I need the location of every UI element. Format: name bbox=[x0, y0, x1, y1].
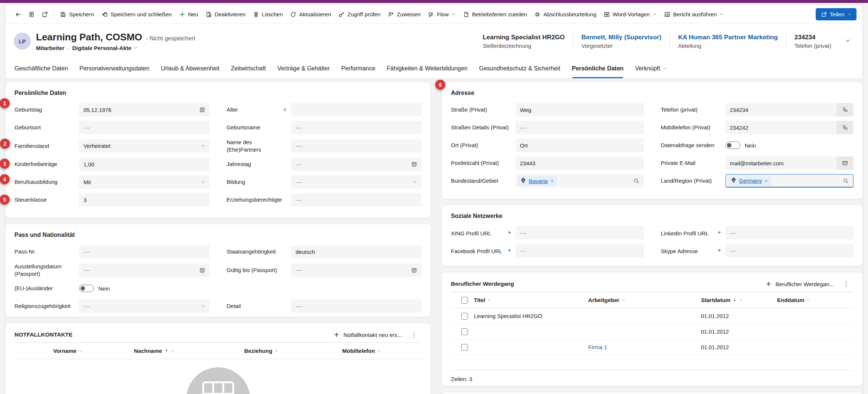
phone-action-button[interactable] bbox=[836, 103, 854, 116]
geburtsort-input[interactable]: --- bbox=[79, 121, 210, 134]
row-checkbox[interactable] bbox=[461, 313, 468, 319]
delete-button[interactable]: Löschen bbox=[249, 8, 287, 21]
gueltig-bis-input[interactable]: --- bbox=[291, 264, 422, 277]
pass-nr-input[interactable]: --- bbox=[79, 245, 210, 258]
word-templates-button[interactable]: Word-Vorlagen bbox=[600, 8, 661, 21]
mobiltelefon-input[interactable]: 234242 bbox=[725, 121, 854, 134]
telefon-input[interactable]: 234234 bbox=[725, 103, 854, 116]
land-region-lookup[interactable]: Germany bbox=[725, 174, 854, 188]
column-arbeitgeber[interactable]: Arbeitgeber bbox=[588, 297, 701, 303]
row-checkbox[interactable] bbox=[461, 328, 468, 335]
facebook-input[interactable]: --- bbox=[515, 244, 644, 257]
toggle-off[interactable] bbox=[79, 285, 94, 292]
lookup-pill-germany[interactable]: Germany bbox=[728, 176, 772, 186]
table-row[interactable]: Learning Specialist HR2GO 01.01.2012 bbox=[451, 308, 854, 324]
kinderfreibetraege-input[interactable]: 1,00 bbox=[79, 158, 210, 171]
table-row[interactable]: Firma 1 01.01.2012 bbox=[451, 340, 854, 355]
tab-verknuepft[interactable]: Verknüpft bbox=[635, 59, 666, 78]
company-holidays-button[interactable]: Betriebsferien zuteilen bbox=[459, 8, 531, 21]
detail-input[interactable]: --- bbox=[291, 299, 422, 313]
back-button[interactable] bbox=[12, 8, 25, 21]
calendar-icon[interactable] bbox=[411, 267, 417, 273]
jahrestag-input[interactable]: --- bbox=[291, 158, 422, 171]
ort-input[interactable]: Ort bbox=[515, 139, 644, 152]
skype-input[interactable]: --- bbox=[725, 244, 854, 257]
tab-performance[interactable]: Performance bbox=[341, 59, 376, 78]
column-mobiltelefon[interactable]: Mobiltelefon bbox=[342, 348, 422, 354]
tab-zeitwirtschaft[interactable]: Zeitwirtschaft bbox=[231, 59, 266, 78]
email-action-button[interactable] bbox=[836, 156, 854, 170]
row-checkbox[interactable] bbox=[461, 344, 468, 351]
column-nachname[interactable]: Nachname bbox=[134, 348, 244, 354]
private-email-input[interactable]: mail@mitarbeiter.com bbox=[725, 156, 854, 170]
toggle-off[interactable] bbox=[725, 142, 740, 149]
open-in-new-window-button[interactable] bbox=[38, 8, 52, 21]
check-access-button[interactable]: Zugriff prüfen bbox=[335, 8, 384, 21]
lookup-pill-bavaria[interactable]: Bavaria bbox=[518, 176, 557, 186]
calendar-icon[interactable] bbox=[199, 107, 205, 113]
more-commands-button[interactable]: ⋮ bbox=[838, 279, 854, 289]
phone-action-button[interactable] bbox=[836, 121, 854, 134]
strassen-details-input[interactable]: --- bbox=[515, 121, 644, 134]
geburtsname-input[interactable]: --- bbox=[291, 121, 422, 134]
calendar-icon[interactable] bbox=[199, 267, 205, 273]
new-button[interactable]: Neu bbox=[176, 8, 202, 21]
tab-persoenliche-daten[interactable]: Persönliche Daten bbox=[572, 59, 624, 78]
steuerklasse-input[interactable]: 3 bbox=[79, 193, 210, 206]
search-icon[interactable] bbox=[633, 178, 639, 184]
remove-icon[interactable] bbox=[764, 179, 768, 183]
berufsausbildung-select[interactable]: Mit bbox=[79, 175, 210, 189]
deactivate-button[interactable]: Deaktivieren bbox=[202, 8, 249, 21]
erziehungsberechtigte-input[interactable]: --- bbox=[291, 193, 422, 206]
save-button[interactable]: Speichern bbox=[56, 8, 98, 21]
column-beziehung[interactable]: Beziehung bbox=[244, 348, 342, 354]
refresh-button[interactable]: Aktualisieren bbox=[286, 8, 335, 21]
column-vorname[interactable]: Vorname bbox=[53, 348, 134, 354]
search-icon[interactable] bbox=[843, 178, 849, 184]
select-all-checkbox[interactable] bbox=[461, 297, 468, 304]
calendar-icon[interactable] bbox=[411, 161, 417, 167]
tab-vertraege-gehaelter[interactable]: Verträge & Gehälter bbox=[277, 59, 330, 78]
strasse-input[interactable]: Weg bbox=[515, 103, 644, 116]
tab-personalverwaltungsdaten[interactable]: Personalverwaltungsdaten bbox=[79, 59, 150, 78]
staatsangehoerigkeit-input[interactable]: deutsch bbox=[291, 245, 422, 258]
column-enddatum[interactable]: Enddatum bbox=[777, 297, 854, 303]
table-row[interactable]: 01.01.2012 bbox=[451, 324, 854, 340]
ehepartner-input[interactable]: --- bbox=[291, 139, 422, 153]
tab-faehigkeiten-weiterbildungen[interactable]: Fähigkeiten & Weiterbildungen bbox=[387, 59, 468, 78]
new-emergency-contact-button[interactable]: +Notfallkontakt neu ers... bbox=[330, 329, 406, 340]
bavaria-link[interactable]: Bavaria bbox=[529, 178, 548, 184]
final-review-button[interactable]: Abschlussbeurteilung bbox=[531, 8, 600, 21]
flow-button[interactable]: Flow bbox=[424, 8, 459, 21]
save-and-close-button[interactable]: Speichern und schließen bbox=[98, 8, 176, 21]
department-link[interactable]: KA Human 365 Partner Marketing bbox=[678, 34, 778, 41]
supervisor-link[interactable]: Bennett, Milly (Supervisor) bbox=[582, 34, 661, 41]
new-career-entry-button[interactable]: +Beruflicher Werdegan... bbox=[762, 278, 838, 289]
share-button[interactable]: Teilen bbox=[816, 8, 856, 20]
assign-button[interactable]: Zuweisen bbox=[384, 8, 424, 21]
form-selector[interactable]: Digitale Personal-Akte bbox=[72, 45, 137, 51]
run-report-button[interactable]: Bericht ausführen bbox=[661, 8, 728, 21]
tab-urlaub-abwesenheit[interactable]: Urlaub & Abwesenheit bbox=[161, 59, 219, 78]
tab-gesundheitschutz-sicherheit[interactable]: Gesundheitschutz & Sicherheit bbox=[479, 59, 560, 78]
germany-link[interactable]: Germany bbox=[739, 178, 762, 184]
postleitzahl-input[interactable]: 23443 bbox=[515, 156, 644, 170]
ausstellungsdatum-input[interactable]: --- bbox=[79, 264, 210, 277]
form-switcher-button[interactable] bbox=[25, 8, 38, 21]
bildung-select[interactable]: --- bbox=[291, 175, 422, 189]
column-titel[interactable]: Titel bbox=[474, 297, 588, 303]
geburtstag-input[interactable]: 05.12.1976 bbox=[79, 103, 210, 116]
remove-icon[interactable] bbox=[550, 179, 554, 183]
eu-auslaender-toggle[interactable]: Nein bbox=[79, 285, 110, 292]
more-commands-button[interactable]: ⋮ bbox=[406, 330, 422, 340]
bundesland-lookup[interactable]: Bavaria bbox=[515, 174, 644, 188]
linkedin-input[interactable]: --- bbox=[725, 226, 854, 239]
datenabfrage-toggle[interactable]: Nein bbox=[725, 142, 756, 149]
religion-select[interactable]: --- bbox=[79, 299, 210, 313]
column-startdatum[interactable]: Startdatum bbox=[701, 297, 777, 303]
collapse-header-button[interactable] bbox=[839, 34, 856, 49]
tab-geschaeftliche-daten[interactable]: Geschäftliche Daten bbox=[14, 59, 68, 78]
firma-link[interactable]: Firma 1 bbox=[588, 344, 701, 350]
xing-input[interactable]: --- bbox=[515, 226, 644, 239]
familienstand-select[interactable]: Verheiratet bbox=[79, 139, 210, 153]
